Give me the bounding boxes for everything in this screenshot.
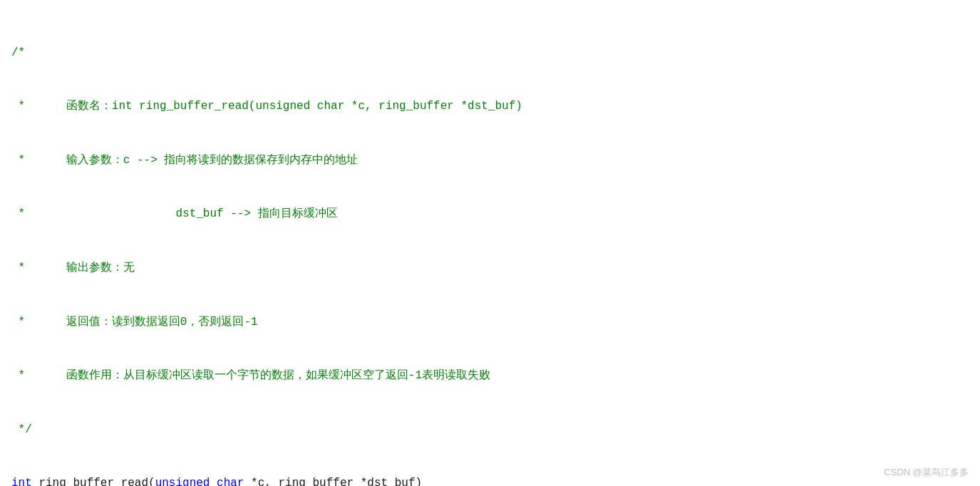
line-comment-5: * 返回值：读到数据返回0，否则返回-1 — [6, 314, 969, 332]
watermark: CSDN @菜鸟江多多 — [884, 466, 969, 479]
type-char: char — [217, 475, 244, 486]
line-signature: int ring_buffer_read(unsigned char *c, r… — [6, 475, 969, 486]
comment-1: * 函数名：int ring_buffer_read(unsigned char… — [11, 98, 522, 115]
space — [210, 475, 217, 486]
line-comment-3: * dst_buf --> 指向目标缓冲区 — [6, 205, 969, 224]
comment-5: * 返回值：读到数据返回0，否则返回-1 — [11, 314, 258, 331]
line-comment-1: * 函数名：int ring_buffer_read(unsigned char… — [6, 98, 969, 116]
type-unsigned: unsigned — [155, 475, 210, 486]
comment-3: * dst_buf --> 指向目标缓冲区 — [11, 205, 338, 223]
comment-4: * 输出参数：无 — [11, 259, 135, 277]
line-comment-open: /* — [6, 44, 969, 63]
keyword-int: int — [11, 475, 32, 486]
comment-open: /* — [11, 44, 25, 62]
code-container: /* * 函数名：int ring_buffer_read(unsigned c… — [0, 0, 980, 486]
line-comment-6: * 函数作用：从目标缓冲区读取一个字节的数据，如果缓冲区空了返回-1表明读取失败 — [6, 367, 969, 386]
line-comment-2: * 输入参数：c --> 指向将读到的数据保存到内存中的地址 — [6, 152, 969, 170]
line-comment-close: */ — [6, 421, 969, 440]
comment-close: */ — [11, 421, 32, 439]
code-block: /* * 函数名：int ring_buffer_read(unsigned c… — [0, 6, 980, 486]
comment-6: * 函数作用：从目标缓冲区读取一个字节的数据，如果缓冲区空了返回-1表明读取失败 — [11, 367, 490, 385]
func-signature: ring_buffer_read( — [32, 475, 155, 486]
line-comment-4: * 输出参数：无 — [6, 259, 969, 278]
comment-2: * 输入参数：c --> 指向将读到的数据保存到内存中的地址 — [11, 152, 358, 170]
params: *c, ring_buffer *dst_buf) — [244, 475, 422, 486]
